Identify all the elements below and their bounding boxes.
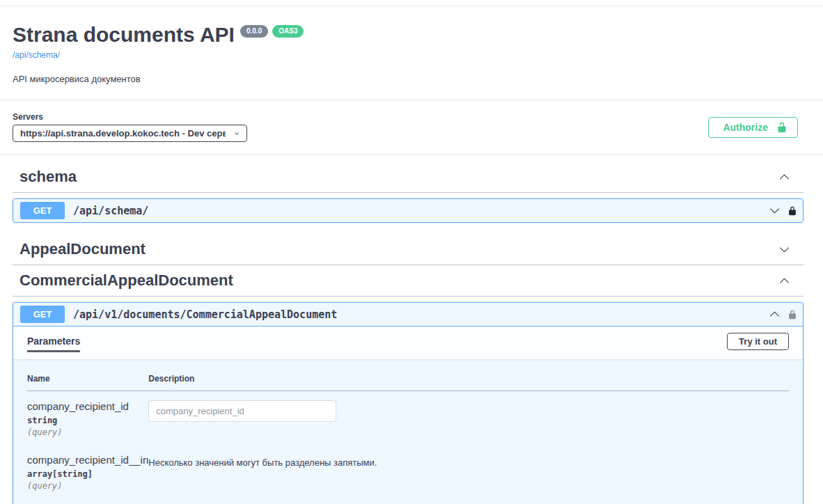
description-column-header: Description [148, 371, 789, 391]
try-it-out-button[interactable]: Try it out [727, 333, 789, 350]
title-badges: 0.0.0 OAS3 [240, 25, 304, 38]
authorize-label: Authorize [723, 122, 768, 133]
parameters-tab-label: Parameters [27, 336, 80, 352]
api-title-text: Strana documents API [13, 23, 235, 47]
http-method-badge: GET [20, 306, 65, 323]
parameter-name-cell: company_sender string (query) [27, 498, 148, 504]
opblock-summary-get-schema[interactable]: GET /api/schema/ [13, 199, 803, 222]
tag-section-commercialappealdocument: CommercialAppealDocument GET /api/v1/doc… [13, 265, 804, 504]
tab-parameters[interactable]: Parameters [27, 336, 80, 352]
parameter-row: company_sender string (query) [27, 498, 789, 504]
api-description: API микросервиса документов [13, 74, 809, 84]
parameters-section-header: Parameters Try it out [13, 326, 803, 359]
expand-operation-button[interactable] [769, 205, 780, 216]
http-method-badge: GET [20, 202, 65, 219]
top-spacer [0, 0, 823, 6]
parameter-name: company_recipient_id__in [27, 454, 148, 466]
opblock-get-commercialappealdocument: GET /api/v1/documents/CommercialAppealDo… [13, 302, 804, 504]
unlock-icon [776, 122, 787, 133]
chevron-down-icon [769, 205, 780, 216]
parameter-type: string [27, 416, 148, 425]
tag-title-commercialappealdocument: CommercialAppealDocument [19, 271, 233, 290]
parameter-row: company_recipient_id string (query) [27, 391, 789, 446]
parameter-type: array[string] [27, 469, 148, 479]
parameter-description-cell: Несколько значений могут быть разделены … [148, 445, 789, 498]
chevron-up-icon [769, 309, 780, 320]
tag-title-schema: schema [19, 168, 77, 186]
param-input-company_recipient_id[interactable] [148, 400, 336, 422]
page-title: Strana documents API 0.0.0 OAS3 [13, 23, 809, 47]
auth-lock-button[interactable] [787, 205, 797, 216]
parameters-container: Name Description company_recipient_id st… [13, 359, 803, 504]
lock-icon [787, 205, 797, 216]
opblock-summary-get-commercialappealdocument[interactable]: GET /api/v1/documents/CommercialAppealDo… [13, 303, 803, 326]
tag-section-appealdocument: AppealDocument [13, 234, 804, 265]
tag-header-commercialappealdocument[interactable]: CommercialAppealDocument [13, 265, 804, 297]
expand-tag-appealdocument-button[interactable] [779, 244, 790, 255]
scheme-container: Servers https://api.strana.develop.kokoc… [0, 100, 823, 154]
collapse-tag-commercialappealdocument-button[interactable] [779, 276, 790, 286]
swagger-ui-page: Strana documents API 0.0.0 OAS3 /api/sch… [0, 0, 823, 504]
spec-link[interactable]: /api/schema/ [13, 50, 60, 60]
chevron-up-icon [779, 276, 790, 286]
parameter-name-cell: company_recipient_id string (query) [27, 391, 148, 446]
api-info-section: Strana documents API 0.0.0 OAS3 /api/sch… [0, 6, 823, 100]
parameter-name-cell: company_recipient_id__in array[string] (… [27, 445, 148, 498]
server-select-wrap: https://api.strana.develop.kokoc.tech - … [13, 125, 247, 142]
operations-wrapper: schema GET /api/schema/ [0, 155, 823, 504]
parameter-name: company_recipient_id [27, 400, 148, 412]
collapse-operation-button[interactable] [769, 309, 780, 320]
collapse-tag-schema-button[interactable] [779, 172, 790, 182]
chevron-up-icon [779, 172, 790, 182]
chevron-down-icon [779, 244, 790, 255]
tag-section-schema: schema GET /api/schema/ [13, 162, 804, 223]
parameter-description-cell [148, 498, 789, 504]
authorize-button[interactable]: Authorize [708, 117, 798, 138]
oas3-badge: OAS3 [272, 25, 304, 38]
opblock-get-schema: GET /api/schema/ [13, 198, 804, 223]
tag-header-appealdocument[interactable]: AppealDocument [13, 234, 804, 265]
endpoint-path: /api/v1/documents/CommercialAppealDocume… [73, 308, 337, 321]
endpoint-path: /api/schema/ [73, 205, 148, 217]
summary-controls [769, 309, 797, 320]
parameter-location: (query) [27, 481, 148, 491]
servers-block: Servers https://api.strana.develop.kokoc… [13, 112, 247, 142]
parameter-location: (query) [27, 427, 148, 437]
operation-body: Parameters Try it out Name Description [13, 326, 803, 504]
summary-controls [769, 205, 797, 216]
tag-title-appealdocument: AppealDocument [19, 240, 146, 258]
server-select[interactable]: https://api.strana.develop.kokoc.tech - … [13, 125, 247, 142]
servers-label: Servers [13, 112, 247, 122]
parameter-description: Несколько значений могут быть разделены … [148, 454, 789, 468]
parameter-row: company_recipient_id__in array[string] (… [27, 445, 789, 498]
tag-header-schema[interactable]: schema [13, 162, 804, 193]
parameter-description-cell [148, 391, 789, 446]
parameters-table: Name Description company_recipient_id st… [27, 371, 789, 504]
auth-lock-button[interactable] [787, 309, 797, 320]
lock-icon [787, 309, 797, 320]
name-column-header: Name [27, 371, 148, 391]
version-badge: 0.0.0 [240, 25, 268, 38]
